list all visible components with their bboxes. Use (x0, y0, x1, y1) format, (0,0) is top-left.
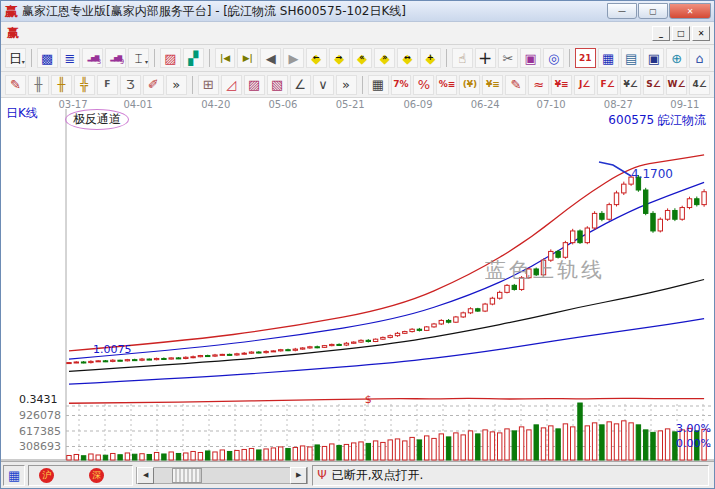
gold-circle-button[interactable]: (¥)▾ (459, 75, 480, 95)
trend-color-button[interactable]: ▞▾ (183, 48, 204, 68)
menu-gann[interactable] (77, 31, 95, 35)
j-angle-button[interactable]: J∠▾ (574, 75, 595, 95)
gann-box-tool-button[interactable]: ▣▾ (520, 48, 541, 68)
gann-fan-button[interactable]: ◿▾ (221, 75, 242, 95)
minimize-button[interactable]: — (607, 3, 637, 19)
gold-grid2-button[interactable]: ╬▾ (74, 75, 95, 95)
percent7-button[interactable]: 7%▾ (391, 75, 412, 95)
connection-status[interactable]: 已断开,双点打开. (332, 467, 424, 484)
candle-style-button[interactable]: ⌶▾ (128, 48, 149, 68)
pan-right-diamond-button[interactable]: ◆→▾ (329, 48, 350, 68)
speed-angle-button[interactable]: S∠▾ (643, 75, 664, 95)
gold-lines-button[interactable]: ¥≡▾ (482, 75, 503, 95)
channel-wave-button[interactable]: ≈▾ (528, 75, 549, 95)
draw-brush-button[interactable]: ✎▾ (5, 75, 26, 95)
gann-square-button[interactable]: ▧▾ (267, 75, 288, 95)
close-button[interactable]: ✕ (669, 3, 711, 19)
scrollbar-track[interactable] (154, 468, 290, 483)
chip-distribution-button[interactable]: ▩▾ (37, 48, 58, 68)
zoom-in-diamond-button[interactable]: ◆»▾ (374, 48, 395, 68)
pattern-search-button[interactable]: ▨▾ (160, 48, 181, 68)
f-angle-button[interactable]: F∠▾ (597, 75, 618, 95)
gann-box-button[interactable]: ▨▾ (244, 75, 265, 95)
status-bar: ▦ 沪 深 ◀ ▶ Ψ 已断开,双点打开. (1, 461, 714, 488)
app-menu-icon[interactable]: 赢 (7, 27, 19, 39)
prev-bar-button[interactable]: ◀▾ (260, 48, 281, 68)
more-gann-tools-button[interactable]: »▾ (336, 75, 357, 95)
scroll-left-button[interactable]: ◀ (137, 467, 154, 484)
hand-tool-button[interactable]: ☝▾ (452, 48, 473, 68)
gann-grid-button[interactable]: ⊞▾ (198, 75, 219, 95)
shenzhen-market-icon[interactable]: 深 (89, 468, 104, 483)
small-period-9-button[interactable]: ▂▅▇9▾ (105, 48, 126, 68)
indicator-name-ellipse[interactable]: 极反通道 (65, 109, 129, 130)
dropdown-arrow-icon: ▾ (145, 59, 148, 65)
price-grid-button[interactable]: ▦▾ (368, 75, 389, 95)
menu-formula-picker[interactable] (95, 31, 113, 35)
calendar-button[interactable]: 21▾ (575, 48, 596, 68)
first-page-button[interactable]: |◀▾ (215, 48, 236, 68)
more-draw-tools-button[interactable]: »▾ (166, 75, 187, 95)
menu-trade[interactable] (167, 31, 185, 35)
maximize-button[interactable]: ▢ (638, 3, 668, 19)
spiral-grid-button[interactable]: Ʒ▾ (120, 75, 141, 95)
f10-info-button[interactable]: ≣▾ (60, 48, 81, 68)
small-period-3-button[interactable]: ▂▅▇3▾ (82, 48, 103, 68)
four-angle-button[interactable]: 4∠▾ (689, 75, 710, 95)
gold-grid-button[interactable]: ╫▾ (51, 75, 72, 95)
scroll-right-button[interactable]: ▶ (290, 467, 307, 484)
menu-news[interactable] (59, 31, 77, 35)
mdi-close-button[interactable]: ✕ (692, 26, 710, 41)
keyboard-panel: ▦ (3, 465, 25, 486)
menu-file[interactable] (23, 31, 41, 35)
shanghai-market-icon[interactable]: 沪 (39, 468, 54, 483)
scrollbar-thumb[interactable] (172, 468, 202, 483)
date-tick: 06-24 (465, 99, 505, 110)
next-bar-button[interactable]: ▶▾ (283, 48, 304, 68)
horizontal-scrollbar[interactable]: ◀ ▶ (136, 467, 308, 484)
wave-tool-button[interactable]: ◎▾ (543, 48, 564, 68)
win-angle-button[interactable]: W∠▾ (666, 75, 687, 95)
menu-help[interactable] (185, 31, 203, 35)
mdi-restore-button[interactable]: □ (672, 26, 690, 41)
toolbar-separator (154, 49, 155, 67)
remote-service-button[interactable]: ⌂▾ (689, 48, 710, 68)
keyboard-icon[interactable]: ▦ (8, 468, 20, 483)
menu-window[interactable] (149, 31, 167, 35)
date-tick: 06-09 (398, 99, 438, 110)
percent-lines-button[interactable]: %≡▾ (436, 75, 457, 95)
pan-left-diamond-button[interactable]: ◆←▾ (306, 48, 327, 68)
expand-diamond-button[interactable]: ◆+▾ (420, 48, 441, 68)
memo-button[interactable]: ▤▾ (621, 48, 642, 68)
save-button[interactable]: ▣▾ (643, 48, 664, 68)
menu-settings[interactable] (113, 31, 131, 35)
kline-chart-area[interactable]: $ 03-1704-0104-2005-0605-2106-0906-2407-… (1, 98, 714, 461)
wave-line-button[interactable]: ∨▾ (313, 75, 334, 95)
erase-tool-button[interactable]: ✂▾ (498, 48, 519, 68)
compress-diamond-button[interactable]: ◆↔▾ (397, 48, 418, 68)
percent-low-label: 0.00% (665, 437, 711, 450)
svg-text:$: $ (365, 393, 372, 406)
mdi-minimize-button[interactable]: _ (652, 26, 670, 41)
kline-chart-canvas[interactable]: $ (1, 98, 714, 461)
menu-tools[interactable] (131, 31, 149, 35)
gold-angle-button[interactable]: ¥∠▾ (620, 75, 641, 95)
date-tick: 05-06 (263, 99, 303, 110)
mdi-controls: _ □ ✕ (652, 26, 710, 41)
calculator-button[interactable]: ▦▾ (598, 48, 619, 68)
fib-grid-button[interactable]: F▾ (97, 75, 118, 95)
gold-channel-button[interactable]: ¥≡▾ (551, 75, 572, 95)
period-daily-button[interactable]: 日▾ (5, 48, 26, 68)
angle-line-button[interactable]: ∠▾ (290, 75, 311, 95)
toolbar-separator (446, 49, 447, 67)
data-download-button[interactable]: ⊕▾ (666, 48, 687, 68)
percent-button[interactable]: %▾ (413, 75, 434, 95)
time-grid-button[interactable]: ╫▾ (28, 75, 49, 95)
toolbar-separator (362, 76, 363, 94)
crosshair-tool-button[interactable]: +▾ (475, 48, 496, 68)
draw-pen-button[interactable]: ✐▾ (143, 75, 164, 95)
menu-browse[interactable] (41, 31, 59, 35)
last-page-button[interactable]: ▶|▾ (237, 48, 258, 68)
zoom-out-diamond-button[interactable]: ◆«▾ (352, 48, 373, 68)
marker-pen-button[interactable]: ✎▾ (505, 75, 526, 95)
